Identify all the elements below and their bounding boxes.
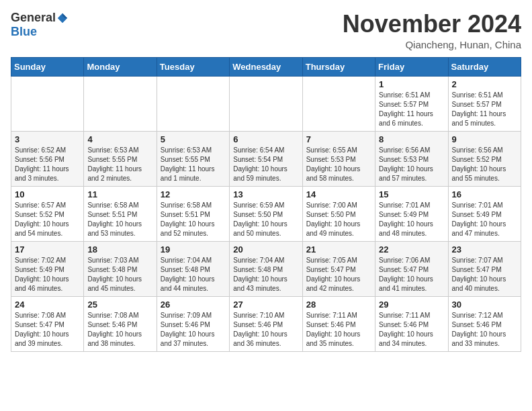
day-number: 17 xyxy=(15,244,80,255)
day-number: 24 xyxy=(15,300,80,310)
day-info: Sunrise: 7:02 AM Sunset: 5:49 PM Dayligh… xyxy=(15,256,80,293)
day-number: 25 xyxy=(87,300,152,310)
day-info: Sunrise: 6:58 AM Sunset: 5:51 PM Dayligh… xyxy=(161,201,226,238)
day-cell xyxy=(11,76,84,131)
day-info: Sunrise: 7:08 AM Sunset: 5:47 PM Dayligh… xyxy=(15,311,80,349)
day-number: 4 xyxy=(87,134,152,144)
day-info: Sunrise: 7:01 AM Sunset: 5:49 PM Dayligh… xyxy=(452,201,517,238)
week-row-2: 3Sunrise: 6:52 AM Sunset: 5:56 PM Daylig… xyxy=(11,131,521,186)
day-number: 29 xyxy=(379,300,444,310)
day-cell: 15Sunrise: 7:01 AM Sunset: 5:49 PM Dayli… xyxy=(375,186,448,241)
day-cell xyxy=(84,76,157,131)
day-cell: 12Sunrise: 6:58 AM Sunset: 5:51 PM Dayli… xyxy=(157,186,229,241)
week-row-1: 1Sunrise: 6:51 AM Sunset: 5:57 PM Daylig… xyxy=(11,76,521,131)
day-cell: 14Sunrise: 7:00 AM Sunset: 5:50 PM Dayli… xyxy=(302,186,375,241)
day-number: 28 xyxy=(306,300,371,310)
logo-icon xyxy=(56,12,69,24)
day-info: Sunrise: 7:11 AM Sunset: 5:46 PM Dayligh… xyxy=(306,311,371,349)
logo-general: General xyxy=(11,11,56,25)
day-number: 5 xyxy=(161,134,226,144)
day-number: 22 xyxy=(379,244,444,255)
day-info: Sunrise: 6:53 AM Sunset: 5:55 PM Dayligh… xyxy=(87,146,152,183)
day-number: 30 xyxy=(452,300,517,310)
day-cell: 25Sunrise: 7:08 AM Sunset: 5:46 PM Dayli… xyxy=(84,296,157,351)
day-number: 10 xyxy=(15,189,80,199)
day-info: Sunrise: 6:55 AM Sunset: 5:53 PM Dayligh… xyxy=(306,146,371,183)
day-cell: 13Sunrise: 6:59 AM Sunset: 5:50 PM Dayli… xyxy=(230,186,302,241)
day-number: 26 xyxy=(161,300,226,310)
day-info: Sunrise: 7:08 AM Sunset: 5:46 PM Dayligh… xyxy=(87,311,152,349)
weekday-sunday: Sunday xyxy=(11,57,84,76)
week-row-3: 10Sunrise: 6:57 AM Sunset: 5:52 PM Dayli… xyxy=(11,186,521,241)
day-cell: 5Sunrise: 6:53 AM Sunset: 5:55 PM Daylig… xyxy=(157,131,229,186)
day-info: Sunrise: 7:04 AM Sunset: 5:48 PM Dayligh… xyxy=(161,256,226,293)
day-info: Sunrise: 6:52 AM Sunset: 5:56 PM Dayligh… xyxy=(15,146,80,183)
day-info: Sunrise: 7:00 AM Sunset: 5:50 PM Dayligh… xyxy=(306,201,371,238)
day-number: 15 xyxy=(379,189,444,199)
day-cell: 6Sunrise: 6:54 AM Sunset: 5:54 PM Daylig… xyxy=(230,131,302,186)
day-number: 27 xyxy=(233,300,298,310)
day-cell: 11Sunrise: 6:58 AM Sunset: 5:51 PM Dayli… xyxy=(84,186,157,241)
day-cell xyxy=(302,76,375,131)
day-cell: 23Sunrise: 7:07 AM Sunset: 5:47 PM Dayli… xyxy=(448,241,521,296)
day-number: 7 xyxy=(306,134,371,144)
day-number: 13 xyxy=(233,189,298,199)
page: General Blue November 2024 Qiancheng, Hu… xyxy=(0,0,532,363)
day-info: Sunrise: 7:01 AM Sunset: 5:49 PM Dayligh… xyxy=(379,201,444,238)
day-info: Sunrise: 6:57 AM Sunset: 5:52 PM Dayligh… xyxy=(15,201,80,238)
calendar-table: SundayMondayTuesdayWednesdayThursdayFrid… xyxy=(11,57,521,352)
logo: General Blue xyxy=(11,11,69,39)
weekday-thursday: Thursday xyxy=(302,57,375,76)
day-info: Sunrise: 7:04 AM Sunset: 5:48 PM Dayligh… xyxy=(233,256,298,293)
day-info: Sunrise: 7:09 AM Sunset: 5:46 PM Dayligh… xyxy=(161,311,226,349)
day-cell: 30Sunrise: 7:12 AM Sunset: 5:46 PM Dayli… xyxy=(448,296,521,351)
day-cell: 21Sunrise: 7:05 AM Sunset: 5:47 PM Dayli… xyxy=(302,241,375,296)
day-number: 9 xyxy=(452,134,517,144)
logo-blue: Blue xyxy=(11,25,37,39)
day-number: 2 xyxy=(452,79,517,89)
day-info: Sunrise: 7:10 AM Sunset: 5:46 PM Dayligh… xyxy=(233,311,298,349)
day-cell: 18Sunrise: 7:03 AM Sunset: 5:48 PM Dayli… xyxy=(84,241,157,296)
day-number: 20 xyxy=(233,244,298,255)
day-number: 16 xyxy=(452,189,517,199)
day-number: 18 xyxy=(87,244,152,255)
weekday-monday: Monday xyxy=(84,57,157,76)
weekday-saturday: Saturday xyxy=(448,57,521,76)
day-cell: 1Sunrise: 6:51 AM Sunset: 5:57 PM Daylig… xyxy=(375,76,448,131)
day-number: 21 xyxy=(306,244,371,255)
day-cell: 4Sunrise: 6:53 AM Sunset: 5:55 PM Daylig… xyxy=(84,131,157,186)
day-number: 11 xyxy=(87,189,152,199)
day-cell: 28Sunrise: 7:11 AM Sunset: 5:46 PM Dayli… xyxy=(302,296,375,351)
day-info: Sunrise: 6:58 AM Sunset: 5:51 PM Dayligh… xyxy=(87,201,152,238)
day-cell: 20Sunrise: 7:04 AM Sunset: 5:48 PM Dayli… xyxy=(230,241,302,296)
day-number: 14 xyxy=(306,189,371,199)
day-number: 3 xyxy=(15,134,80,144)
week-row-4: 17Sunrise: 7:02 AM Sunset: 5:49 PM Dayli… xyxy=(11,241,521,296)
day-number: 6 xyxy=(233,134,298,144)
header: General Blue November 2024 Qiancheng, Hu… xyxy=(11,11,521,50)
day-info: Sunrise: 6:51 AM Sunset: 5:57 PM Dayligh… xyxy=(379,91,444,128)
day-number: 23 xyxy=(452,244,517,255)
weekday-tuesday: Tuesday xyxy=(157,57,229,76)
day-info: Sunrise: 6:54 AM Sunset: 5:54 PM Dayligh… xyxy=(233,146,298,183)
day-info: Sunrise: 7:12 AM Sunset: 5:46 PM Dayligh… xyxy=(452,311,517,349)
day-info: Sunrise: 6:51 AM Sunset: 5:57 PM Dayligh… xyxy=(452,91,517,128)
day-info: Sunrise: 6:53 AM Sunset: 5:55 PM Dayligh… xyxy=(161,146,226,183)
day-cell: 27Sunrise: 7:10 AM Sunset: 5:46 PM Dayli… xyxy=(230,296,302,351)
day-number: 1 xyxy=(379,79,444,89)
day-cell xyxy=(157,76,229,131)
day-info: Sunrise: 6:59 AM Sunset: 5:50 PM Dayligh… xyxy=(233,201,298,238)
location: Qiancheng, Hunan, China xyxy=(343,39,521,50)
day-cell: 9Sunrise: 6:56 AM Sunset: 5:52 PM Daylig… xyxy=(448,131,521,186)
day-cell: 7Sunrise: 6:55 AM Sunset: 5:53 PM Daylig… xyxy=(302,131,375,186)
day-cell: 2Sunrise: 6:51 AM Sunset: 5:57 PM Daylig… xyxy=(448,76,521,131)
day-cell: 16Sunrise: 7:01 AM Sunset: 5:49 PM Dayli… xyxy=(448,186,521,241)
calendar-body: 1Sunrise: 6:51 AM Sunset: 5:57 PM Daylig… xyxy=(11,76,521,351)
weekday-wednesday: Wednesday xyxy=(230,57,302,76)
day-cell xyxy=(230,76,302,131)
day-number: 12 xyxy=(161,189,226,199)
week-row-5: 24Sunrise: 7:08 AM Sunset: 5:47 PM Dayli… xyxy=(11,296,521,351)
day-number: 8 xyxy=(379,134,444,144)
day-info: Sunrise: 7:11 AM Sunset: 5:46 PM Dayligh… xyxy=(379,311,444,349)
day-info: Sunrise: 7:07 AM Sunset: 5:47 PM Dayligh… xyxy=(452,256,517,293)
